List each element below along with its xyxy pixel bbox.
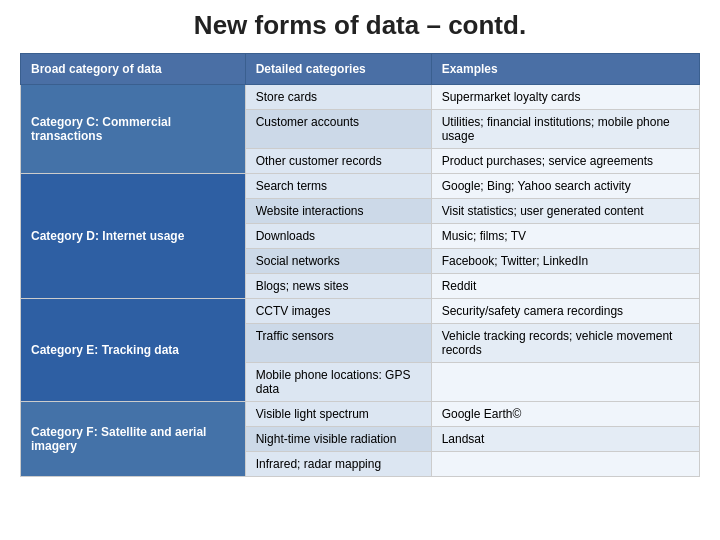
broad-category-cell: Category D: Internet usage [21, 174, 246, 299]
detail-cell: Traffic sensors [245, 324, 431, 363]
detail-cell: Blogs; news sites [245, 274, 431, 299]
example-cell: Security/safety camera recordings [431, 299, 699, 324]
detail-cell: Downloads [245, 224, 431, 249]
example-cell: Utilities; financial institutions; mobil… [431, 110, 699, 149]
detail-cell: Social networks [245, 249, 431, 274]
example-cell: Product purchases; service agreements [431, 149, 699, 174]
page: New forms of data – contd. Broad categor… [0, 0, 720, 540]
example-cell: Google; Bing; Yahoo search activity [431, 174, 699, 199]
example-cell: Music; films; TV [431, 224, 699, 249]
detail-cell: Customer accounts [245, 110, 431, 149]
col-header-example: Examples [431, 54, 699, 85]
col-header-detail: Detailed categories [245, 54, 431, 85]
detail-cell: Night-time visible radiation [245, 427, 431, 452]
broad-category-cell: Category F: Satellite and aerial imagery [21, 402, 246, 477]
page-title: New forms of data – contd. [20, 10, 700, 41]
detail-cell: Search terms [245, 174, 431, 199]
example-cell [431, 363, 699, 402]
example-cell: Vehicle tracking records; vehicle moveme… [431, 324, 699, 363]
detail-cell: Visible light spectrum [245, 402, 431, 427]
example-cell: Landsat [431, 427, 699, 452]
detail-cell: Mobile phone locations: GPS data [245, 363, 431, 402]
example-cell: Visit statistics; user generated content [431, 199, 699, 224]
data-table: Broad category of data Detailed categori… [20, 53, 700, 477]
example-cell [431, 452, 699, 477]
detail-cell: Other customer records [245, 149, 431, 174]
detail-cell: Infrared; radar mapping [245, 452, 431, 477]
example-cell: Facebook; Twitter; LinkedIn [431, 249, 699, 274]
detail-cell: Store cards [245, 85, 431, 110]
broad-category-cell: Category C: Commercial transactions [21, 85, 246, 174]
broad-category-cell: Category E: Tracking data [21, 299, 246, 402]
col-header-broad: Broad category of data [21, 54, 246, 85]
example-cell: Google Earth© [431, 402, 699, 427]
detail-cell: CCTV images [245, 299, 431, 324]
example-cell: Reddit [431, 274, 699, 299]
example-cell: Supermarket loyalty cards [431, 85, 699, 110]
detail-cell: Website interactions [245, 199, 431, 224]
